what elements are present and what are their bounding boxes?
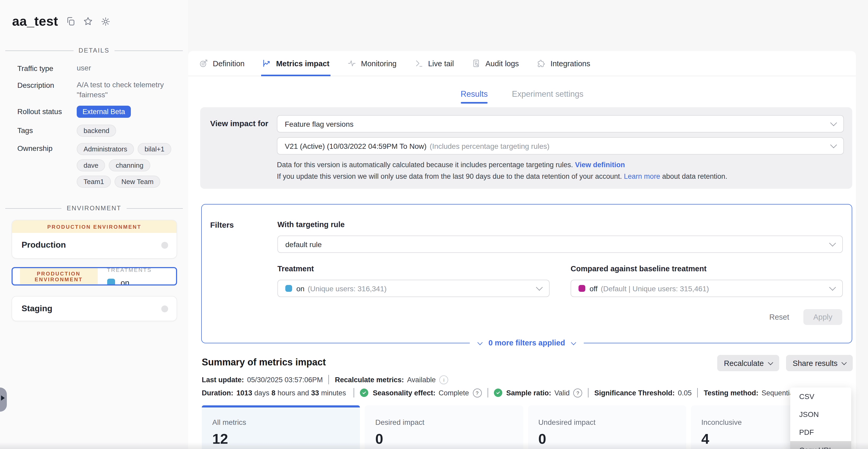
chevron-down-icon [829, 240, 836, 246]
subtab-results[interactable]: Results [461, 89, 488, 99]
production-env-banner: PRODUCTION ENVIRONMENT [12, 220, 177, 233]
sidebar: aa_test DETAILS Traffic type user Descri… [0, 0, 188, 449]
chevron-down-icon [830, 142, 837, 148]
tab-integrations[interactable]: Integrations [537, 51, 590, 76]
results-subtabs: Results Experiment settings [188, 89, 856, 99]
view-impact-label: View impact for [210, 115, 277, 182]
tab-live-tail[interactable]: Live tail [414, 51, 454, 76]
bottom-scroll-fade [0, 442, 868, 449]
owner-pill: channing [109, 159, 150, 171]
ownership-row: Ownership Administratorsbilal+1davechann… [0, 143, 188, 192]
treatments-label: TREATMENTS [107, 267, 160, 273]
traffic-type-value: user [77, 63, 181, 73]
help-icon: ? [473, 388, 482, 397]
chevron-down-icon [841, 360, 847, 365]
env-card-preview[interactable]: PRODUCTION ENVIRONMENT Preview TREATMENT… [11, 267, 177, 286]
reset-button[interactable]: Reset [769, 313, 789, 321]
menu-item-json[interactable]: JSON [790, 406, 851, 423]
status-dot-production [161, 242, 168, 248]
treatment-select[interactable]: on (Unique users: 316,341) [277, 280, 550, 297]
treatment-label: Treatment [277, 265, 550, 273]
tag-pill: backend [77, 125, 116, 137]
tab-audit-logs[interactable]: Audit logs [472, 51, 519, 76]
share-results-button[interactable]: Share results [786, 355, 853, 371]
tags-label: Tags [17, 125, 77, 136]
details-section-header: DETAILS [5, 47, 183, 54]
ownership-label: Ownership [17, 143, 77, 154]
treatment-off-chip [579, 285, 585, 292]
tab-metrics-impact[interactable]: Metrics impact [262, 51, 330, 76]
preview-env-banner: PRODUCTION ENVIRONMENT [20, 267, 97, 286]
traffic-type-row: Traffic type user [0, 63, 188, 74]
retention-info-suffix: about data retention. [662, 173, 727, 180]
retention-info-text: If you update this version we will only … [277, 173, 622, 180]
chevron-down-icon [830, 119, 837, 126]
filters-label: Filters [210, 220, 277, 325]
more-filters-toggle[interactable]: 0 more filters applied [469, 336, 584, 349]
recalculate-button[interactable]: Recalculate [717, 355, 779, 371]
tab-definition[interactable]: Definition [199, 51, 245, 76]
menu-item-pdf[interactable]: PDF [790, 423, 851, 441]
help-icon: ? [573, 388, 582, 397]
last-update-line: Last update: 05/30/2025 03:57:06PM Recal… [202, 375, 849, 384]
view-definition-link[interactable]: View definition [575, 161, 625, 169]
owner-pill: bilal+1 [138, 143, 171, 155]
targeting-rule-select[interactable]: default rule [277, 236, 843, 253]
baseline-label: Compared against baseline treatment [570, 265, 843, 273]
tags-row: Tags backend [0, 125, 188, 137]
sidebar-expand-handle[interactable] [0, 388, 7, 412]
treatment-on-row: on [107, 278, 160, 286]
traffic-type-label: Traffic type [17, 63, 77, 74]
filters-section: Filters With targeting rule default rule… [201, 204, 852, 343]
details-label: DETAILS [79, 47, 110, 54]
tab-bar: Definition Metrics impact Monitoring Liv… [188, 51, 856, 76]
env-card-production[interactable]: PRODUCTION ENVIRONMENT Production [11, 220, 177, 259]
summary-section: Summary of metrics impact Recalculate Sh… [202, 357, 849, 397]
targeting-rule-label: With targeting rule [277, 220, 843, 229]
view-impact-section: View impact for Feature flag versions V2… [200, 107, 852, 189]
check-circle-icon [360, 389, 369, 397]
share-results-menu: CSV JSON PDF Copy URL [790, 388, 851, 449]
chevron-down-icon [768, 360, 773, 365]
env-card-staging[interactable]: Staging [11, 296, 177, 321]
rollout-status-badge: External Beta [77, 106, 131, 118]
env-name-staging: Staging [22, 304, 161, 313]
chevron-down-icon [477, 340, 482, 345]
treatment-on-chip [107, 278, 115, 286]
gear-icon[interactable] [100, 16, 111, 27]
owner-pill: New Team [115, 176, 160, 188]
environment-label: ENVIRONMENT [67, 205, 121, 212]
impact-type-select[interactable]: Feature flag versions [277, 115, 844, 132]
star-icon[interactable] [83, 16, 93, 26]
baseline-select[interactable]: off (Default | Unique users: 315,461) [570, 280, 843, 297]
owner-pill: Team1 [77, 176, 111, 188]
description-row: Description A/A test to check telemetry … [0, 80, 188, 100]
chevron-down-icon [536, 284, 542, 291]
subtab-experiment-settings[interactable]: Experiment settings [512, 89, 584, 99]
learn-more-link[interactable]: Learn more [624, 173, 660, 180]
page-title: aa_test [12, 14, 58, 29]
description-value: A/A test to check telemetry "fairness" [77, 80, 170, 100]
status-dot-staging [161, 305, 168, 312]
copy-icon[interactable] [65, 16, 75, 26]
chevron-down-icon [571, 340, 577, 345]
duration-line: Duration: 1013 days 8 hours and 33 minut… [202, 388, 849, 397]
apply-button[interactable]: Apply [803, 309, 842, 325]
owner-pill: dave [77, 159, 105, 171]
description-label: Description [17, 80, 77, 91]
info-icon: i [439, 375, 448, 384]
version-info-text: Data for this version is automatically c… [277, 161, 573, 169]
check-circle-icon [494, 389, 502, 397]
env-name-production: Production [22, 240, 161, 250]
version-select[interactable]: V21 (Active) (10/03/2022 04:59PM To Now)… [277, 137, 844, 155]
chevron-down-icon [829, 284, 836, 291]
environment-section-header: ENVIRONMENT [5, 205, 183, 212]
rollout-status-label: Rollout status [17, 106, 77, 117]
owner-pill: Administrators [77, 143, 134, 155]
page: aa_test DETAILS Traffic type user Descri… [0, 0, 868, 449]
main-panel: Definition Metrics impact Monitoring Liv… [188, 51, 856, 449]
tab-monitoring[interactable]: Monitoring [347, 51, 397, 76]
rollout-status-row: Rollout status External Beta [0, 106, 188, 118]
treatment-on-chip [285, 285, 292, 292]
menu-item-csv[interactable]: CSV [790, 388, 851, 406]
